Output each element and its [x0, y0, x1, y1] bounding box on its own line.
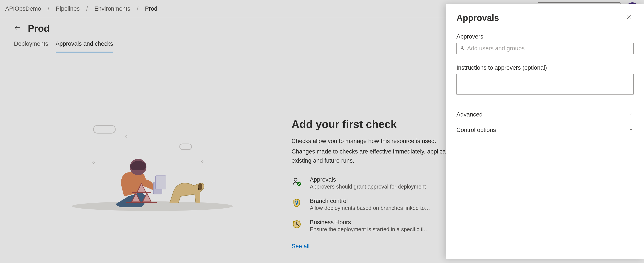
svg-point-28	[461, 46, 463, 48]
close-button[interactable]	[624, 13, 634, 23]
chevron-down-icon	[628, 111, 634, 118]
control-options-label: Control options	[456, 127, 496, 133]
approvers-input-wrapper[interactable]	[456, 43, 634, 54]
control-options-expander[interactable]: Control options	[456, 122, 634, 138]
person-icon	[459, 45, 464, 51]
advanced-expander[interactable]: Advanced	[456, 107, 634, 122]
instructions-textarea[interactable]	[456, 74, 634, 95]
approvals-panel: Approvals Approvers Instructions to appr…	[446, 4, 644, 259]
instructions-label: Instructions to approvers (optional)	[456, 65, 634, 71]
panel-title: Approvals	[456, 13, 499, 23]
chevron-down-icon	[628, 127, 634, 133]
advanced-label: Advanced	[456, 111, 482, 118]
approvers-label: Approvers	[456, 33, 634, 40]
approvers-input[interactable]	[467, 45, 631, 52]
